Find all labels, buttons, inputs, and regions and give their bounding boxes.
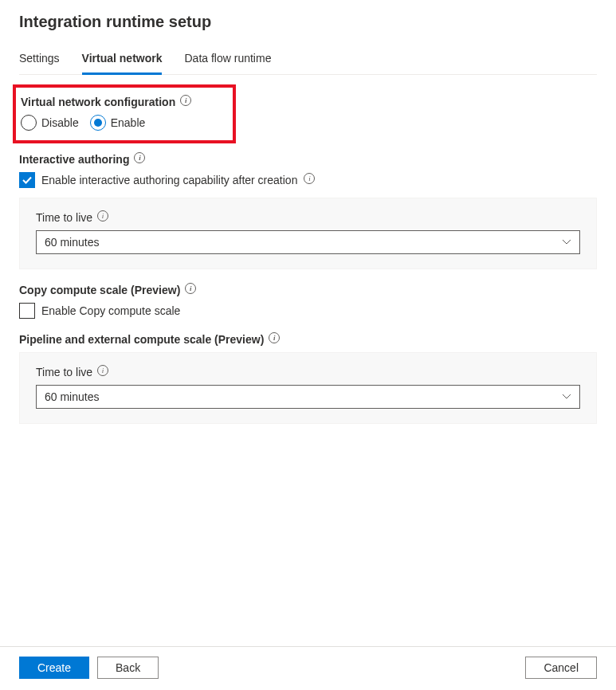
back-button[interactable]: Back	[97, 657, 159, 679]
interactive-authoring-section: Interactive authoring i Enable interacti…	[19, 153, 597, 269]
cancel-button[interactable]: Cancel	[525, 657, 597, 679]
copy-compute-section: Copy compute scale (Preview) i Enable Co…	[19, 284, 597, 319]
pipeline-ttl-panel: Time to live i 60 minutes	[19, 352, 597, 424]
tab-bar: Settings Virtual network Data flow runti…	[19, 47, 597, 75]
tab-data-flow-runtime[interactable]: Data flow runtime	[184, 47, 271, 74]
interactive-authoring-ttl-panel: Time to live i 60 minutes	[19, 198, 597, 269]
ttl-label: Time to live i	[36, 211, 108, 224]
footer-left: Create Back	[19, 657, 159, 679]
pipeline-compute-heading: Pipeline and external compute scale (Pre…	[19, 333, 280, 346]
copy-compute-heading-text: Copy compute scale (Preview)	[19, 284, 180, 296]
radio-disable-circle	[21, 115, 37, 131]
radio-disable-label: Disable	[41, 116, 79, 129]
radio-enable[interactable]: Enable	[90, 115, 146, 131]
info-icon[interactable]: i	[269, 332, 280, 343]
radio-enable-circle	[90, 115, 106, 131]
interactive-authoring-checkbox-row: Enable interactive authoring capability …	[19, 172, 597, 188]
info-icon[interactable]: i	[97, 365, 108, 376]
ttl-select-value: 60 minutes	[45, 236, 99, 249]
pipeline-ttl-select[interactable]: 60 minutes	[36, 385, 580, 409]
info-icon[interactable]: i	[304, 173, 315, 184]
pipeline-ttl-label: Time to live i	[36, 366, 108, 378]
chevron-down-icon	[562, 238, 571, 247]
copy-compute-checkbox-row: Enable Copy compute scale	[19, 303, 597, 319]
ttl-label-text: Time to live	[36, 211, 92, 224]
enable-copy-compute-label: Enable Copy compute scale	[41, 304, 180, 317]
chevron-down-icon	[562, 393, 571, 402]
interactive-authoring-heading: Interactive authoring i	[19, 153, 145, 166]
tab-virtual-network[interactable]: Virtual network	[82, 47, 163, 75]
enable-interactive-authoring-label: Enable interactive authoring capability …	[41, 174, 297, 186]
interactive-authoring-heading-text: Interactive authoring	[19, 153, 129, 166]
pipeline-compute-section: Pipeline and external compute scale (Pre…	[19, 333, 597, 424]
radio-enable-label: Enable	[111, 116, 146, 129]
vnet-radio-group: Disable Enable	[21, 115, 191, 131]
page-title: Integration runtime setup	[19, 10, 597, 31]
ttl-select[interactable]: 60 minutes	[36, 230, 580, 254]
vnet-config-heading-text: Virtual network configuration	[21, 96, 175, 108]
copy-compute-heading: Copy compute scale (Preview) i	[19, 284, 196, 296]
vnet-config-heading: Virtual network configuration i	[21, 96, 191, 108]
create-button[interactable]: Create	[19, 657, 89, 679]
info-icon[interactable]: i	[180, 95, 191, 106]
tab-settings[interactable]: Settings	[19, 47, 60, 74]
info-icon[interactable]: i	[97, 210, 108, 222]
footer: Create Back Cancel	[0, 646, 616, 690]
pipeline-ttl-label-text: Time to live	[36, 366, 92, 378]
check-icon	[22, 174, 33, 186]
pipeline-ttl-select-value: 60 minutes	[45, 390, 99, 403]
enable-copy-compute-checkbox[interactable]	[19, 303, 35, 319]
vnet-config-highlight: Virtual network configuration i Disable …	[13, 84, 236, 143]
info-icon[interactable]: i	[134, 152, 145, 163]
pipeline-compute-heading-text: Pipeline and external compute scale (Pre…	[19, 333, 264, 346]
info-icon[interactable]: i	[185, 283, 196, 294]
enable-interactive-authoring-checkbox[interactable]	[19, 172, 35, 188]
radio-enable-inner	[94, 119, 102, 127]
radio-disable[interactable]: Disable	[21, 115, 79, 131]
